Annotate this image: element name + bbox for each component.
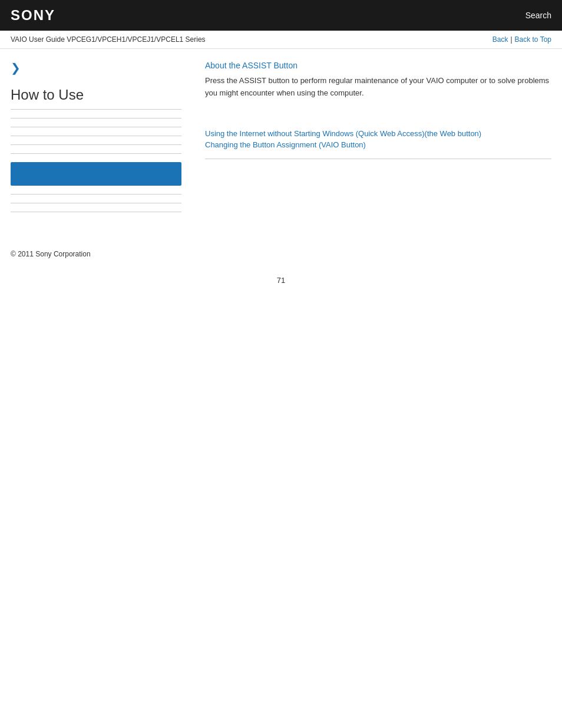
sidebar-divider-8 xyxy=(11,212,181,212)
back-to-top-link[interactable]: Back to Top xyxy=(515,35,551,44)
sidebar-divider-3 xyxy=(11,136,181,136)
header: SONY Search xyxy=(0,0,562,31)
sidebar-arrow-icon[interactable]: ❯ xyxy=(11,61,181,75)
breadcrumb-text: VAIO User Guide VPCEG1/VPCEH1/VPCEJ1/VPC… xyxy=(11,35,206,44)
back-link[interactable]: Back xyxy=(492,35,508,44)
sub-links: Using the Internet without Starting Wind… xyxy=(205,129,551,149)
sidebar: ❯ How to Use xyxy=(11,61,193,220)
nav-separator: | xyxy=(510,35,512,44)
page-number: 71 xyxy=(0,264,562,297)
sidebar-divider-5 xyxy=(11,153,181,154)
sidebar-divider-2 xyxy=(11,127,181,127)
content-area: About the ASSIST Button Press the ASSIST… xyxy=(193,61,551,220)
button-assignment-link[interactable]: Changing the Button Assignment (VAIO But… xyxy=(205,140,551,149)
sony-logo: SONY xyxy=(11,7,55,24)
sidebar-divider-4 xyxy=(11,144,181,145)
breadcrumb-bar: VAIO User Guide VPCEG1/VPCEH1/VPCEJ1/VPC… xyxy=(0,31,562,49)
sidebar-divider-7 xyxy=(11,203,181,203)
assist-button-description: Press the ASSIST button to perform regul… xyxy=(205,75,551,100)
sidebar-divider-1 xyxy=(11,118,181,118)
assist-button-link[interactable]: About the ASSIST Button xyxy=(205,61,551,70)
search-button[interactable]: Search xyxy=(525,11,551,20)
footer: © 2011 Sony Corporation xyxy=(0,232,562,264)
sidebar-highlight[interactable] xyxy=(11,162,181,186)
copyright-text: © 2011 Sony Corporation xyxy=(11,250,91,258)
nav-links: Back | Back to Top xyxy=(492,35,551,44)
main-content: ❯ How to Use About the ASSIST Button Pre… xyxy=(0,49,562,232)
internet-link[interactable]: Using the Internet without Starting Wind… xyxy=(205,129,551,138)
sidebar-title: How to Use xyxy=(11,87,181,110)
sidebar-divider-6 xyxy=(11,194,181,195)
section-divider xyxy=(205,159,551,159)
